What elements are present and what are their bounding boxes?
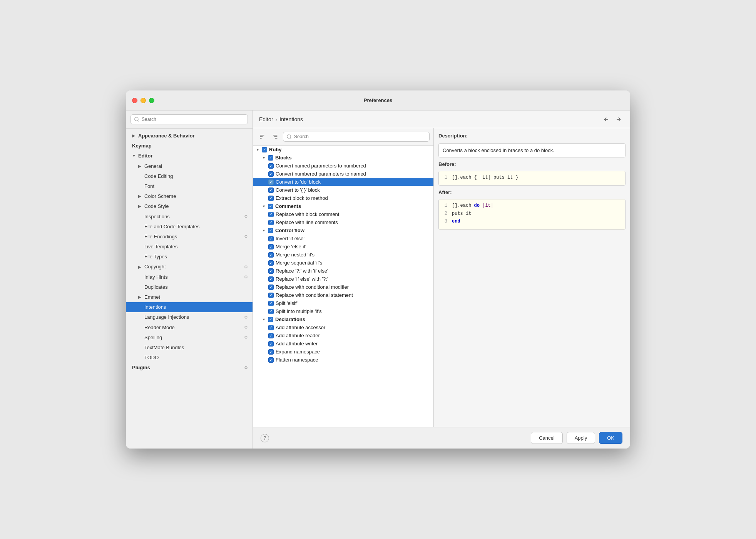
comments-checkbox[interactable] xyxy=(268,204,273,209)
after-code: 1 [].each do |it| 2 puts it xyxy=(439,199,625,229)
invert-if-checkbox[interactable] xyxy=(268,236,274,241)
extract-block-checkbox[interactable] xyxy=(268,196,274,201)
intention-item-replace-ternary[interactable]: Replace '?:' with 'if else' xyxy=(253,267,433,275)
intention-item-convert-numbered[interactable]: Convert numbered parameters to named xyxy=(253,170,433,178)
chevron-down-icon: ▼ xyxy=(262,229,266,233)
intentions-tree-list: ▼ Ruby ▼ Blocks Con xyxy=(253,146,433,427)
convert-named-checkbox[interactable] xyxy=(268,163,274,169)
flatten-namespace-checkbox[interactable] xyxy=(268,357,274,363)
split-multiple-ifs-checkbox[interactable] xyxy=(268,309,274,314)
gear-icon: ⚙ xyxy=(244,234,248,239)
sidebar-item-keymap[interactable]: Keymap xyxy=(126,141,253,151)
declarations-checkbox[interactable] xyxy=(268,317,273,322)
back-button[interactable] xyxy=(601,114,612,125)
intention-item-convert-named[interactable]: Convert named parameters to numbered xyxy=(253,162,433,170)
sidebar-item-file-encodings[interactable]: File Encodings ⚙ xyxy=(126,232,253,242)
sidebar-item-copyright[interactable]: ▶ Copyright ⚙ xyxy=(126,262,253,272)
control-flow-checkbox[interactable] xyxy=(268,228,273,233)
intention-item-expand-namespace[interactable]: Expand namespace xyxy=(253,348,433,356)
add-accessor-checkbox[interactable] xyxy=(268,325,274,330)
blocks-checkbox[interactable] xyxy=(268,155,273,161)
filter-button-1[interactable] xyxy=(257,131,268,142)
sidebar-item-emmet[interactable]: ▶ Emmet xyxy=(126,292,253,302)
add-writer-checkbox[interactable] xyxy=(268,341,274,346)
sidebar-item-todo[interactable]: TODO xyxy=(126,353,253,363)
intention-item-merge-sequential-ifs[interactable]: Merge sequential 'if's xyxy=(253,259,433,267)
sidebar-item-general[interactable]: ▶ General xyxy=(126,161,253,171)
sidebar-item-reader-mode[interactable]: Reader Mode ⚙ xyxy=(126,323,253,333)
sidebar-item-textmate-bundles[interactable]: TextMate Bundles xyxy=(126,343,253,353)
replace-if-ternary-checkbox[interactable] xyxy=(268,276,274,282)
gear-icon: ⚙ xyxy=(244,274,248,280)
filter-button-2[interactable] xyxy=(270,131,281,142)
intention-group-label: Ruby xyxy=(269,147,282,152)
intention-item-merge-else-if[interactable]: Merge 'else if' xyxy=(253,243,433,251)
intention-item-convert-brace[interactable]: Convert to '{ }' block xyxy=(253,186,433,194)
split-elsif-checkbox[interactable] xyxy=(268,301,274,306)
intention-item-merge-nested-ifs[interactable]: Merge nested 'if's xyxy=(253,251,433,259)
conditional-statement-checkbox[interactable] xyxy=(268,293,274,298)
sidebar-item-intentions[interactable]: Intentions xyxy=(126,302,253,312)
sidebar-item-font[interactable]: Font xyxy=(126,181,253,191)
convert-do-checkbox[interactable] xyxy=(268,179,274,185)
intention-group-control-flow[interactable]: ▼ Control flow xyxy=(253,226,433,234)
help-button[interactable]: ? xyxy=(261,434,269,442)
sidebar-item-appearance[interactable]: ▶ Appearance & Behavior xyxy=(126,131,253,141)
intention-item-add-reader[interactable]: Add attribute reader xyxy=(253,331,433,340)
intention-item-convert-do[interactable]: Convert to 'do' block xyxy=(253,178,433,186)
replace-ternary-checkbox[interactable] xyxy=(268,268,274,274)
intention-group-declarations[interactable]: ▼ Declarations xyxy=(253,315,433,323)
close-button[interactable] xyxy=(132,98,137,103)
sidebar-item-file-code-templates[interactable]: File and Code Templates xyxy=(126,222,253,232)
ok-button[interactable]: OK xyxy=(599,432,622,444)
intention-item-add-writer[interactable]: Add attribute writer xyxy=(253,340,433,348)
intention-group-ruby[interactable]: ▼ Ruby xyxy=(253,146,433,154)
sidebar-item-spelling[interactable]: Spelling ⚙ xyxy=(126,333,253,343)
merge-else-if-checkbox[interactable] xyxy=(268,244,274,249)
intention-group-comments[interactable]: ▼ Comments xyxy=(253,202,433,210)
maximize-button[interactable] xyxy=(149,98,154,103)
convert-numbered-checkbox[interactable] xyxy=(268,171,274,177)
before-code: 1 [].each { |it| puts it } xyxy=(439,171,625,185)
intention-item-replace-line-comments[interactable]: Replace with line comments xyxy=(253,218,433,226)
intention-item-split-multiple-ifs[interactable]: Split into multiple 'if's xyxy=(253,307,433,315)
replace-line-checkbox[interactable] xyxy=(268,220,274,225)
apply-button[interactable]: Apply xyxy=(567,432,595,444)
intention-item-conditional-statement[interactable]: Replace with conditional statement xyxy=(253,291,433,299)
sidebar-search-input[interactable] xyxy=(130,114,248,124)
sidebar-item-file-types[interactable]: File Types xyxy=(126,252,253,262)
expand-namespace-checkbox[interactable] xyxy=(268,349,274,355)
chevron-down-icon: ▼ xyxy=(132,153,136,159)
sidebar-item-code-editing[interactable]: Code Editing xyxy=(126,171,253,181)
sidebar-item-duplicates[interactable]: Duplicates xyxy=(126,282,253,292)
sidebar-item-inspections[interactable]: Inspections ⚙ xyxy=(126,212,253,222)
replace-block-checkbox[interactable] xyxy=(268,212,274,217)
merge-sequential-ifs-checkbox[interactable] xyxy=(268,260,274,266)
intention-item-extract-block[interactable]: Extract block to method xyxy=(253,194,433,202)
merge-nested-ifs-checkbox[interactable] xyxy=(268,252,274,258)
sidebar-item-editor[interactable]: ▼ Editor xyxy=(126,151,253,161)
intention-group-blocks[interactable]: ▼ Blocks xyxy=(253,154,433,162)
cancel-button[interactable]: Cancel xyxy=(531,432,562,444)
add-reader-checkbox[interactable] xyxy=(268,333,274,338)
intention-item-flatten-namespace[interactable]: Flatten namespace xyxy=(253,356,433,364)
intention-item-add-accessor[interactable]: Add attribute accessor xyxy=(253,323,433,331)
sidebar-item-plugins[interactable]: Plugins ⚙ xyxy=(126,363,253,373)
conditional-modifier-checkbox[interactable] xyxy=(268,285,274,290)
intention-item-conditional-modifier[interactable]: Replace with conditional modifier xyxy=(253,283,433,291)
intention-item-replace-if-ternary[interactable]: Replace 'if else' with '?:' xyxy=(253,275,433,283)
intention-item-split-elsif[interactable]: Split 'elsif' xyxy=(253,299,433,307)
sidebar-item-language-injections[interactable]: Language Injections ⚙ xyxy=(126,312,253,322)
sidebar-item-inlay-hints[interactable]: Inlay Hints ⚙ xyxy=(126,272,253,282)
sidebar-item-code-style[interactable]: ▶ Code Style xyxy=(126,201,253,211)
ruby-checkbox[interactable] xyxy=(262,147,267,152)
sidebar-item-color-scheme[interactable]: ▶ Color Scheme xyxy=(126,191,253,201)
intentions-search-input[interactable] xyxy=(283,132,430,142)
intention-item-invert-if[interactable]: Invert 'if else' xyxy=(253,234,433,243)
convert-brace-checkbox[interactable] xyxy=(268,187,274,193)
sidebar-item-live-templates[interactable]: Live Templates xyxy=(126,242,253,252)
intention-item-label: Split into multiple 'if's xyxy=(276,308,322,314)
forward-button[interactable] xyxy=(613,114,624,125)
minimize-button[interactable] xyxy=(140,98,146,103)
intention-item-replace-block-comment[interactable]: Replace with block comment xyxy=(253,210,433,218)
